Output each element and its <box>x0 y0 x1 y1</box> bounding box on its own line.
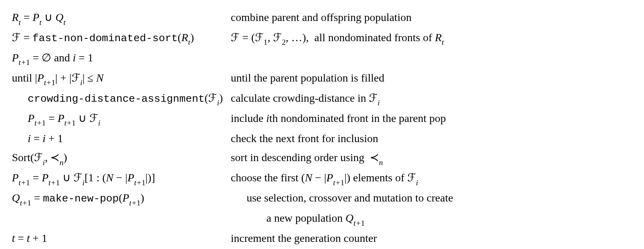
algo-row: Rt = Pt ∪ Qtcombine parent and offspring… <box>12 8 632 28</box>
algo-code-cell: t = t + 1 <box>12 229 231 248</box>
algo-comment-cell: sort in descending order using ≺n <box>231 148 632 168</box>
algo-code-cell: until |Pt+1| + |ℱi| ≤ N <box>12 68 231 89</box>
algo-code-cell <box>12 209 231 229</box>
algo-row: Qt+1 = make-new-pop(Pt+1)use selection, … <box>12 188 632 209</box>
algo-row: Pt+1 = Pt+1 ∪ ℱiinclude ith nondominated… <box>12 109 632 129</box>
algo-code-cell: Rt = Pt ∪ Qt <box>12 8 231 28</box>
algo-comment-cell: a new population Qt+1 <box>231 209 632 229</box>
algo-row: ℱ = fast-non-dominated-sort(Rt)ℱ = (ℱ1, … <box>12 28 632 48</box>
algo-comment-cell: increment the generation counter <box>231 229 632 248</box>
algo-comment-cell: include ith nondominated front in the pa… <box>231 109 632 129</box>
algo-comment-cell <box>231 48 632 68</box>
algo-row: t = t + 1increment the generation counte… <box>12 229 632 248</box>
algo-code-cell: Pt+1 = Pt+1 ∪ ℱi[1 : (N − |Pt+1|)] <box>12 168 231 188</box>
algo-comment-cell: until the parent population is filled <box>231 68 632 89</box>
algo-row: Pt+1 = ∅ and i = 1 <box>12 48 632 68</box>
algo-row: a new population Qt+1 <box>12 209 632 229</box>
algo-comment-cell: use selection, crossover and mutation to… <box>231 188 632 209</box>
algo-code-cell: Pt+1 = Pt+1 ∪ ℱi <box>12 109 231 129</box>
algo-code-cell: ℱ = fast-non-dominated-sort(Rt) <box>12 28 231 48</box>
algo-code-cell: i = i + 1 <box>12 129 231 148</box>
algo-row: crowding-distance-assignment(ℱi)calculat… <box>12 89 632 109</box>
algo-comment-cell: choose the first (N − |Pt+1|) elements o… <box>231 168 632 188</box>
algo-comment-cell: combine parent and offspring population <box>231 8 632 28</box>
algo-code-cell: crowding-distance-assignment(ℱi) <box>12 89 231 109</box>
algo-code-cell: Sort(ℱi, ≺n) <box>12 148 231 168</box>
algo-comment-cell: calculate crowding-distance in ℱi <box>231 89 632 109</box>
algo-row: i = i + 1check the next front for inclus… <box>12 129 632 148</box>
algo-comment-cell: check the next front for inclusion <box>231 129 632 148</box>
algo-row: Sort(ℱi, ≺n)sort in descending order usi… <box>12 148 632 168</box>
algo-row: Pt+1 = Pt+1 ∪ ℱi[1 : (N − |Pt+1|)]choose… <box>12 168 632 188</box>
algorithm-table: Rt = Pt ∪ Qtcombine parent and offspring… <box>12 8 632 248</box>
algo-code-cell: Qt+1 = make-new-pop(Pt+1) <box>12 188 231 209</box>
algo-row: until |Pt+1| + |ℱi| ≤ Nuntil the parent … <box>12 68 632 89</box>
algo-code-cell: Pt+1 = ∅ and i = 1 <box>12 48 231 68</box>
algo-comment-cell: ℱ = (ℱ1, ℱ2, …), all nondominated fronts… <box>231 28 632 48</box>
